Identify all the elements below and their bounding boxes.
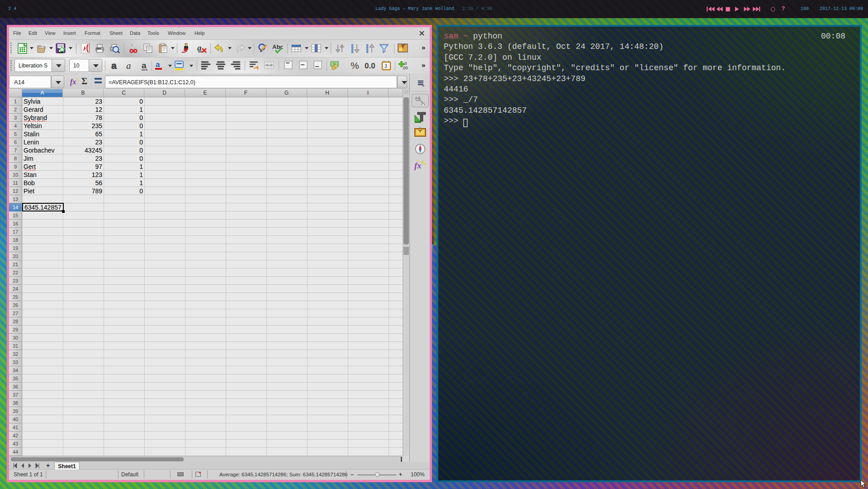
svg-text:a: a (156, 60, 160, 69)
svg-text:a: a (126, 60, 131, 71)
svg-text:%: % (351, 60, 359, 71)
svg-text:a: a (142, 61, 147, 70)
svg-text:.00: .00 (402, 66, 408, 70)
svg-text:3: 3 (384, 63, 387, 69)
svg-text:a: a (197, 43, 202, 53)
svg-text:fx: fx (70, 78, 76, 86)
svg-text:0.0: 0.0 (365, 62, 375, 70)
svg-text:fx: fx (414, 161, 422, 170)
svg-text:a: a (111, 60, 117, 71)
svg-text:.0: .0 (403, 61, 407, 66)
